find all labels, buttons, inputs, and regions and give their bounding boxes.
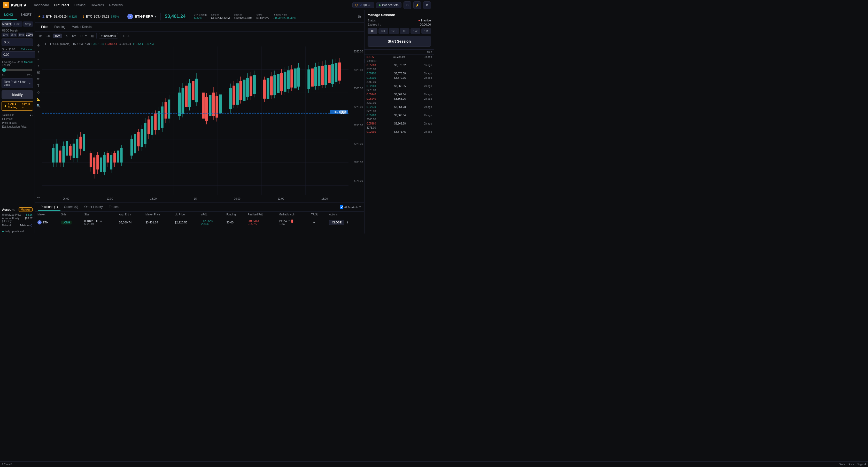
indicators-btn[interactable]: ⌗ Indicators <box>99 33 118 38</box>
ticker-bar: ★ Ξ ETH $3,401.24 6.32% ₿ BTC $63,495.23… <box>35 10 364 23</box>
start-session-button[interactable]: Start Session <box>368 36 431 47</box>
pct-100[interactable]: 100% <box>26 33 33 37</box>
tp-sl-select[interactable]: Take Profit / Stop Loss ▾ <box>2 78 33 88</box>
session-1w-btn[interactable]: 1W <box>410 28 420 34</box>
horizontal-line-tool[interactable]: ≡ <box>36 56 41 61</box>
trades-tab[interactable]: Trades <box>106 204 121 211</box>
nav-right: ⬡ ✕ $0.98 kwencat.eth ↻ ⚡ ⚙ <box>352 1 431 9</box>
short-tab[interactable]: SHORT <box>17 10 35 20</box>
wallet-user-btn[interactable]: kwencat.eth <box>376 2 401 8</box>
draw-line-tool[interactable]: / <box>36 49 41 55</box>
tf-5m[interactable]: 5m <box>45 34 52 38</box>
redo-icon[interactable]: ↪ <box>127 34 130 38</box>
tf-12h[interactable]: 12h <box>70 34 78 38</box>
col-size: Size <box>82 212 116 217</box>
measure-tool[interactable]: 📐 <box>36 96 41 102</box>
close-button[interactable]: CLOSE <box>329 220 344 225</box>
setup-link[interactable]: SETUP ↗ <box>22 103 31 109</box>
session-1h-btn[interactable]: 1H <box>368 28 377 34</box>
positions-table: Market Side Size Avg. Entry Market Price… <box>35 212 364 227</box>
logo-icon: K <box>3 2 9 8</box>
nav-dashboard[interactable]: Dashboard <box>33 3 49 7</box>
pencil-tool[interactable]: ✏ <box>36 76 41 82</box>
size-cell: 0.1842 ETH ✏ $626.49 <box>82 218 116 227</box>
all-markets-checkbox[interactable] <box>340 205 343 209</box>
pct-25[interactable]: 25% <box>9 33 17 37</box>
shape-tool[interactable]: ◱ <box>36 69 41 75</box>
leverage-slider <box>0 67 35 74</box>
long-tab[interactable]: LONG <box>0 10 17 20</box>
ob-row-9: 0.05960 $3,369.68 2h ago <box>365 121 434 126</box>
status-bar: Fully operational <box>0 229 35 234</box>
table-row: Ξ ETH LONG 0.1842 ETH ✏ $6 <box>35 218 364 227</box>
tf-1h[interactable]: 1h <box>63 34 69 38</box>
nav-rewards[interactable]: Rewards <box>91 3 104 7</box>
market-tab[interactable]: Market <box>2 22 11 27</box>
ob-row-7: 0.02970 $3,364.78 2h ago <box>365 105 434 109</box>
limit-tab[interactable]: Limit <box>12 22 22 27</box>
modify-button[interactable]: Modify <box>2 90 33 99</box>
session-12h-btn[interactable]: 12H <box>389 28 399 34</box>
price-tab[interactable]: Price <box>38 23 51 31</box>
market-details-tab[interactable]: Market Details <box>69 23 95 31</box>
topnav: K KWENTA Dashboard Futures ▾ Staking Rew… <box>0 0 434 10</box>
lightning-icon-btn[interactable]: ⚡ <box>413 1 421 9</box>
tf-15m[interactable]: 15m <box>53 34 62 38</box>
tpsl-edit-icon[interactable]: ✏ <box>313 221 315 224</box>
long-short-tabs: LONG SHORT <box>0 10 35 20</box>
session-1d-btn[interactable]: 1D <box>400 28 410 34</box>
fork-tool[interactable]: ⑂ <box>36 63 41 68</box>
divider-v2 <box>160 13 161 21</box>
ob-row-4: 0.02960 $3,366.35 2h ago <box>365 84 434 88</box>
manage-button[interactable]: Manage <box>19 208 33 212</box>
main-layout: LONG SHORT Market Limit Stop USDC Margin… <box>0 10 434 234</box>
tf-d[interactable]: D <box>79 34 84 38</box>
total-cost-row: Total Cost: ▾ - <box>2 114 33 117</box>
orders-tab[interactable]: Orders (0) <box>61 204 81 211</box>
emoji-tool[interactable]: ☺ <box>36 89 41 95</box>
crosshair-tool[interactable]: ✛ <box>36 42 41 48</box>
leverage-row: Leverage — Up to 125.0x Manual <box>0 60 35 67</box>
session-6h-btn[interactable]: 6H <box>378 28 388 34</box>
session-1m-btn[interactable]: 1M <box>421 28 431 34</box>
actions-cell: CLOSE ⬆ <box>327 218 364 227</box>
undo-icon[interactable]: ↩ <box>122 34 126 38</box>
ob-row-5: 0.05940 $3,361.64 2h ago <box>365 92 434 97</box>
share-icon[interactable]: ⬆ <box>346 221 348 224</box>
order-history-tab[interactable]: Order History <box>82 204 105 211</box>
stop-tab[interactable]: Stop <box>23 22 33 27</box>
nav-futures[interactable]: Futures ▾ <box>54 3 69 7</box>
nav-referrals[interactable]: Referrals <box>109 3 123 7</box>
pct-50[interactable]: 50% <box>18 33 25 37</box>
all-markets-check[interactable]: All Markets ▾ <box>340 205 361 209</box>
zoom-tool[interactable]: 🔍 <box>36 103 41 108</box>
candle-type-icon[interactable]: ⊞ <box>91 34 94 38</box>
funding-tab[interactable]: Funding <box>51 23 68 31</box>
settings-icon-btn[interactable]: ⚙ <box>423 1 431 9</box>
session-tf-row: 1H 6H 12H 1D 1W 1M <box>368 28 431 34</box>
wallet-balance-btn[interactable]: ⬡ ✕ $0.98 <box>352 2 374 8</box>
col-avg-entry: Avg. Entry <box>117 212 143 217</box>
tf-1m[interactable]: 1m <box>37 34 44 38</box>
logo-text: KWENTA <box>11 3 26 7</box>
wallet-dot <box>379 4 380 6</box>
text-tool[interactable]: T <box>36 83 41 88</box>
size-input[interactable] <box>2 52 35 58</box>
refresh-icon-btn[interactable]: ↻ <box>404 1 411 9</box>
funding-stat: Funding Rate 0.0035%/0.0031% <box>273 13 296 19</box>
leverage-range-input[interactable] <box>2 68 33 72</box>
size-row: Size: $0.00 Calculator <box>0 48 35 52</box>
col-upnl: uP&L <box>199 212 224 217</box>
chart-toolbar: 1m 5m 15m 1h 12h D ▾ ⊞ ⌗ Indicators ↩ ↪ <box>35 32 364 40</box>
liq-price-row: Est. Liquidation Price: - <box>2 125 33 128</box>
manage-session-panel: Manage Session: Status: Inactive Expires… <box>365 10 434 50</box>
ohlc-label: ETH / USD (Oracle) · 15 O3387.70 H3401.2… <box>45 42 154 45</box>
pct-10[interactable]: 10% <box>2 33 9 37</box>
amount-input[interactable] <box>2 38 33 46</box>
nav-staking[interactable]: Staking <box>74 3 86 7</box>
pair-name[interactable]: ETH-PERP <box>134 14 153 19</box>
positions-tab[interactable]: Positions (1) <box>38 204 60 211</box>
global-prices: ★ Ξ ETH $3,401.24 6.32% ₿ BTC $63,495.23… <box>38 14 119 19</box>
ob-row-8: 0.05960 $3,368.04 2h ago <box>365 113 434 118</box>
avg-entry-cell: $3,389.74 <box>117 218 143 227</box>
